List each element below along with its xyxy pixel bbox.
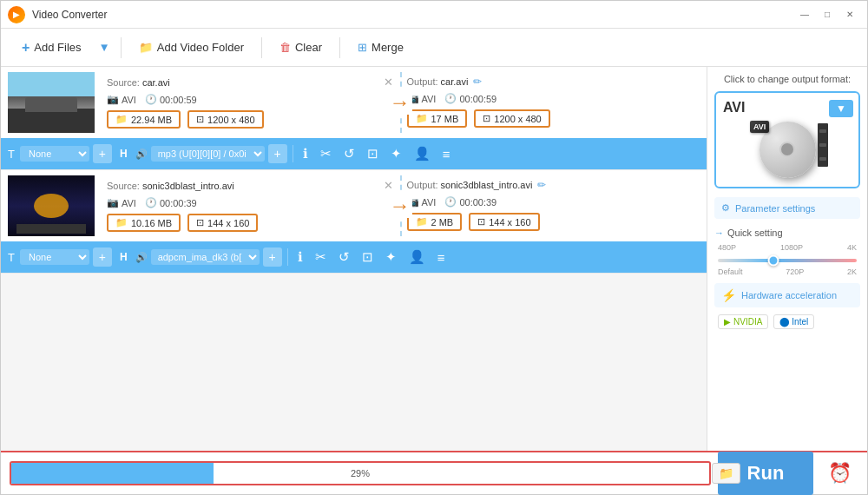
file-info-row-2: Source: sonic3dblast_intro.avi ✕ 📷 AVI [1,170,707,241]
effect-select-2[interactable]: None [20,249,89,265]
maximize-button[interactable]: □ [817,6,838,23]
effect-select-1[interactable]: None [20,146,89,162]
source-duration-2: 00:00:39 [160,198,197,208]
format-dropdown-button[interactable]: ▼ [829,100,853,117]
ctrl-h-btn-2[interactable]: H [115,249,132,265]
dims-icon-out1: ⊡ [483,113,490,124]
effect-icon-1: T [8,148,15,161]
edit-icon-1[interactable]: ✏ [473,76,482,88]
output-section-2: Output: sonic3dblast_intro.avi ✏ 📷 AVI [400,175,700,236]
quick-setting-text: Quick setting [727,228,783,238]
rotate-button-1[interactable]: ↺ [339,143,359,164]
intel-label: Intel [792,317,808,327]
rotate-button-2[interactable]: ↺ [334,247,354,267]
source-dims-box-2: ⊡ 144 x 160 [187,214,258,232]
add-files-dropdown-button[interactable]: ▼ [95,39,114,56]
audio-select-1[interactable]: mp3 (U[0][0][0] / 0x0i [151,146,265,162]
arrow-right-icon-1: → [388,90,412,115]
effects-button-2[interactable]: ✦ [381,247,401,267]
edit-icon-2[interactable]: ✏ [537,179,546,191]
file-row-content-2: Source: sonic3dblast_intro.avi ✕ 📷 AVI [100,175,700,236]
info-button-2[interactable]: ℹ [293,247,307,267]
subtitle-button-1[interactable]: 👤 [410,143,435,164]
controls-row-2: T None + H 🔊 adpcm_ima_dk3 (b[ + ℹ ✂ ↺ ⊡ [1,241,707,273]
controls-row-1: T None + H 🔊 mp3 (U[0][0][0] / 0x0i + ℹ … [1,138,707,169]
add-effect-button-1[interactable]: + [93,144,112,163]
settings-button-2[interactable]: ≡ [433,248,450,267]
add-folder-label: Add Video Folder [157,41,244,54]
crop-button-2[interactable]: ⊡ [358,247,378,267]
arrow-2: → [378,194,422,218]
effects-button-1[interactable]: ✦ [386,143,406,164]
bottom-bar: 29% 📁 Run ⏰ [1,451,867,494]
window-controls: — □ ✕ [794,6,860,23]
intel-badge: ⬤ Intel [773,314,814,329]
cut-button-1[interactable]: ✂ [316,143,336,164]
crop-button-1[interactable]: ⊡ [363,143,383,164]
hw-accel-icon: ⚡ [721,288,736,302]
trash-icon: 🗑 [279,41,291,54]
hardware-acceleration-button[interactable]: ⚡ Hardware acceleration [714,283,860,307]
ctrl-audio-icon-1: 🔊 [135,148,148,160]
close-file-1-button[interactable]: ✕ [384,76,393,89]
clear-button[interactable]: 🗑 Clear [269,36,332,59]
ctrl-h-btn-1[interactable]: H [115,146,132,162]
audio-select-2[interactable]: adpcm_ima_dk3 (b[ [151,249,260,265]
nvidia-badge: ▶ NVIDIA [718,314,768,329]
add-audio-button-2[interactable]: + [263,248,282,267]
close-button[interactable]: ✕ [839,6,860,23]
source-format-1: AVI [122,95,136,105]
source-dims-box-1: ⊡ 1200 x 480 [187,110,263,129]
ctrl-sep-1 [293,145,293,162]
minimize-button[interactable]: — [794,6,815,23]
format-icon-area: AVI [748,119,826,180]
file-info-row-1: Source: car.avi ✕ 📷 AVI [1,67,707,138]
file-item-1: Source: car.avi ✕ 📷 AVI [1,67,707,170]
add-folder-button[interactable]: 📁 Add Video Folder [128,36,254,59]
output-format-2: AVI [422,197,437,208]
output-dims-2: 144 x 160 [489,217,530,228]
merge-button[interactable]: ⊞ Merge [347,36,414,59]
param-settings-label: Parameter settings [735,203,815,214]
output-label-1: Output: [407,76,438,87]
progress-bar-inner [11,463,214,484]
settings-button-1[interactable]: ≡ [438,144,455,164]
dims-icon-out2: ⊡ [477,216,485,228]
format-display[interactable]: AVI ▼ AVI [714,91,860,188]
source-duration-1: 00:00:59 [160,95,197,105]
param-settings-icon: ⚙ [721,202,730,214]
output-folder-button[interactable]: 📁 [712,463,740,484]
source-size-2: 10.16 MB [131,218,172,228]
arrow-1: → [378,90,422,115]
title-bar: ▶ Video Converter — □ ✕ [1,1,867,29]
add-files-button[interactable]: + Add Files [11,35,92,61]
output-duration-1: 00:00:59 [459,94,496,104]
output-dims-box-1: ⊡ 1200 x 480 [474,109,549,128]
parameter-settings-button[interactable]: ⚙ Parameter settings [714,197,860,219]
quality-slider-track[interactable] [718,254,857,267]
toolbar-divider-3 [339,37,340,58]
output-dims-1: 1200 x 480 [494,114,541,124]
source-dims-1: 1200 x 480 [207,115,254,125]
add-effect-button-2[interactable]: + [93,248,112,267]
source-label-1: Source: [107,77,140,88]
close-file-2-button[interactable]: ✕ [384,179,393,192]
output-size-2: 2 MB [431,217,454,228]
info-button-1[interactable]: ℹ [299,143,312,164]
add-audio-button-1[interactable]: + [268,144,287,163]
quality-slider-container: 480P 1080P 4K Default 720P 2K [714,243,860,276]
toolbar-divider-1 [121,37,122,58]
app-window: ▶ Video Converter — □ ✕ + Add Files ▼ 📁 … [0,0,868,495]
subtitle-button-2[interactable]: 👤 [404,247,430,267]
source-size-box-2: 📁 10.16 MB [107,214,181,232]
source-dims-2: 144 x 160 [207,218,249,228]
cut-button-2[interactable]: ✂ [311,247,331,267]
output-clock-icon-1: 🕐 [444,93,457,104]
output-duration-2: 00:00:39 [459,197,496,208]
ctrl-audio-icon-2: 🔊 [135,252,148,263]
alarm-button[interactable]: ⏰ [820,454,858,492]
quality-labels-bottom: Default 720P 2K [718,267,857,276]
progress-text: 29% [351,468,370,478]
source-label-2: Source: [107,181,140,191]
progress-container: 29% 📁 [10,461,711,485]
